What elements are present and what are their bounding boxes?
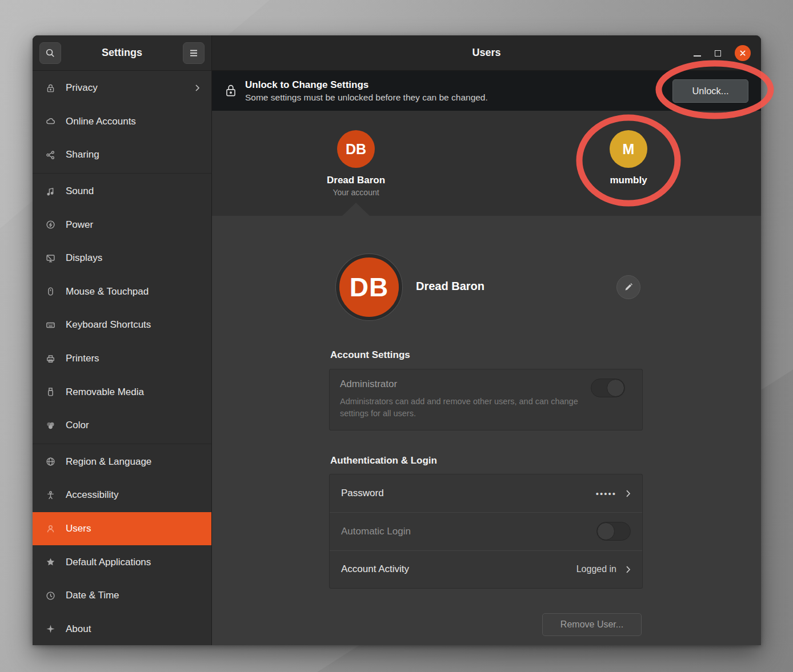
printer-icon [45,353,56,364]
carousel-user-mumbly[interactable]: M mumbly [571,130,686,186]
sidebar: Settings Privacy [33,35,211,645]
sidebar-item-printers[interactable]: Printers [33,342,211,376]
carousel-user-name: mumbly [571,175,686,186]
edit-name-button[interactable] [616,275,640,299]
sidebar-header: Settings [33,35,211,71]
carousel-user-name: Dread Baron [299,175,413,186]
automatic-login-toggle[interactable] [596,522,631,541]
carousel-user-dread-baron[interactable]: DB Dread Baron Your account [299,130,413,197]
menu-button[interactable] [183,42,205,64]
administrator-description: Administrators can add and remove other … [340,396,580,420]
sidebar-item-about[interactable]: About [33,613,211,646]
sidebar-item-label: Date & Time [66,590,200,601]
mouse-icon [45,286,56,297]
sidebar-item-removable-media[interactable]: Removable Media [33,375,211,409]
display-icon [45,253,56,264]
sidebar-item-label: Sound [66,186,200,197]
close-button[interactable] [735,45,751,61]
password-label: Password [341,488,596,499]
sparkle-icon [45,623,56,634]
selected-user-caret [342,203,370,216]
sidebar-item-power[interactable]: Power [33,208,211,242]
window-controls [694,35,751,71]
authentication-card: Password ••••• Automatic Login Account A… [329,474,643,589]
app-title: Settings [61,47,183,59]
maximize-button[interactable] [715,50,721,57]
sidebar-item-accessibility[interactable]: Accessibility [33,478,211,512]
page-title: Users [472,47,500,59]
administrator-label: Administrator [340,379,632,390]
unlock-banner-subtitle: Some settings must be unlocked before th… [245,91,672,103]
sidebar-item-color[interactable]: Color [33,409,211,442]
sidebar-item-sharing[interactable]: Sharing [33,138,211,172]
password-row[interactable]: Password ••••• [330,474,642,512]
automatic-login-row: Automatic Login [330,512,642,550]
sidebar-item-label: Displays [66,252,200,264]
settings-window: Settings Privacy [33,35,761,645]
sidebar-item-mouse-touchpad[interactable]: Mouse & Touchpad [33,275,211,309]
pencil-icon [624,283,633,292]
sidebar-item-users[interactable]: Users [33,512,211,546]
avatar: M [610,130,647,168]
usb-drive-icon [45,387,56,397]
sidebar-separator [33,444,211,444]
automatic-login-label: Automatic Login [341,526,596,537]
sidebar-item-displays[interactable]: Displays [33,242,211,275]
sidebar-item-label: Default Applications [66,557,200,568]
main-panel: Users [211,35,761,645]
administrator-toggle[interactable] [591,379,625,397]
section-heading-authentication: Authentication & Login [330,455,437,466]
search-button[interactable] [39,42,61,64]
minimize-button[interactable] [694,55,701,57]
cloud-icon [45,116,56,127]
carousel-user-subtitle: Your account [299,188,413,197]
sidebar-item-privacy[interactable]: Privacy [33,71,211,105]
account-activity-row[interactable]: Account Activity Logged in [330,550,642,588]
sidebar-item-online-accounts[interactable]: Online Accounts [33,105,211,139]
profile-name: Dread Baron [416,280,484,293]
avatar: DB [337,130,375,168]
chevron-right-icon [626,565,631,574]
lock-icon [45,83,56,94]
sidebar-item-keyboard-shortcuts[interactable]: Keyboard Shortcuts [33,308,211,342]
keyboard-icon [45,320,56,331]
sidebar-item-region-language[interactable]: Region & Language [33,445,211,479]
sidebar-list: Privacy Online Accounts [33,71,211,645]
clock-icon [45,590,56,601]
sidebar-item-label: Color [66,420,200,431]
search-icon [45,48,55,58]
sidebar-item-label: Users [66,523,200,534]
remove-user-button[interactable]: Remove User... [542,613,642,636]
sidebar-item-label: About [66,623,200,635]
account-settings-card: Administrator Administrators can add and… [329,369,643,430]
power-icon [45,219,56,230]
sidebar-item-date-time[interactable]: Date & Time [33,579,211,613]
sidebar-item-label: Online Accounts [66,116,200,127]
chevron-right-icon [626,489,631,498]
padlock-icon [225,83,237,98]
profile-avatar[interactable]: DB [336,254,402,320]
sidebar-item-label: Sharing [66,149,200,160]
user-icon [45,524,56,534]
sidebar-item-label: Power [66,219,200,231]
sidebar-item-label: Mouse & Touchpad [66,286,200,297]
toggle-knob [607,379,624,397]
chevron-right-icon [195,84,200,92]
unlock-banner: Unlock to Change Settings Some settings … [212,71,761,111]
sidebar-item-sound[interactable]: Sound [33,175,211,208]
sidebar-item-label: Removable Media [66,387,200,398]
star-icon [45,557,56,568]
unlock-banner-title: Unlock to Change Settings [245,79,672,91]
music-note-icon [45,186,56,197]
sidebar-item-default-applications[interactable]: Default Applications [33,545,211,579]
desktop: Settings Privacy [0,0,793,672]
sidebar-item-label: Keyboard Shortcuts [66,319,200,331]
sidebar-separator [33,173,211,174]
accessibility-icon [45,490,56,501]
sidebar-item-label: Accessibility [66,489,200,501]
unlock-banner-text: Unlock to Change Settings Some settings … [245,79,672,103]
toggle-knob [597,522,615,540]
unlock-button[interactable]: Unlock... [672,79,748,103]
sidebar-item-label: Printers [66,353,200,364]
sidebar-item-label: Region & Language [66,456,200,468]
